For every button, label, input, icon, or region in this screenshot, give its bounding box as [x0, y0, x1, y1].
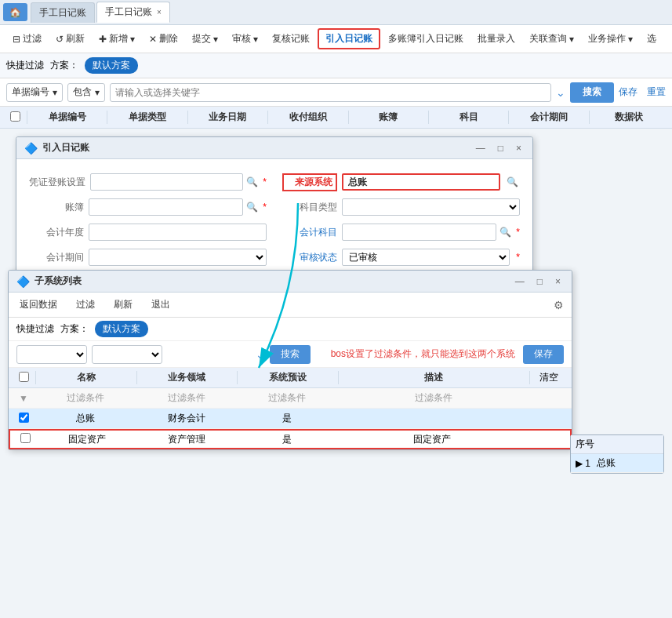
account-subject-input[interactable]: [342, 224, 496, 241]
row2-desc: 固定资产: [337, 433, 528, 446]
review-status-required: *: [516, 252, 520, 263]
select-button[interactable]: 选: [641, 30, 663, 48]
source-system-label: 来源系统: [282, 173, 337, 191]
recheck-button[interactable]: 复核记账: [266, 30, 316, 48]
subsys-scheme-badge[interactable]: 默认方案: [95, 321, 148, 337]
subsys-select-all[interactable]: [19, 372, 29, 382]
fiscal-year-row: 会计年度: [29, 222, 267, 242]
row2-checkbox-cell[interactable]: [13, 433, 37, 445]
save-link[interactable]: 保存: [619, 85, 637, 99]
scheme-badge[interactable]: 默认方案: [85, 57, 138, 74]
subject-type-row: 科目类型: [282, 197, 520, 217]
account-book-required: *: [263, 202, 267, 213]
main-toolbar: ⊟ 过滤 ↺ 刷新 ✚ 新增 ▾ ✕ 删除 提交 ▾ 审核 ▾ 复核记账 引入日…: [0, 25, 672, 53]
review-button[interactable]: 审核 ▾: [226, 30, 264, 48]
subsystem-gear-icon[interactable]: ⚙: [554, 299, 564, 311]
tab-2-close[interactable]: ×: [157, 8, 162, 16]
source-system-row: 来源系统 总账 🔍: [282, 172, 520, 192]
th-period: 会计期间: [508, 111, 588, 124]
subsys-quick-filter-label: 快捷过滤: [16, 322, 54, 336]
reset-link[interactable]: 重置: [647, 85, 666, 99]
subsys-th-checkbox[interactable]: [12, 372, 35, 384]
refresh-button[interactable]: ↺ 刷新: [49, 30, 91, 48]
fiscal-period-select[interactable]: [89, 249, 267, 266]
voucher-setup-search-btn[interactable]: 🔍: [245, 176, 260, 187]
subsys-refresh-btn[interactable]: 刷新: [111, 296, 136, 313]
header-checkbox[interactable]: [3, 111, 27, 124]
subsystem-row-1[interactable]: 总账 财务会计 是: [9, 409, 572, 429]
subsys-notice-text: bos设置了过滤条件，就只能选到这两个系统: [331, 347, 515, 361]
subsystem-dialog-close[interactable]: ×: [552, 276, 564, 287]
business-op-button[interactable]: 业务操作 ▾: [582, 30, 639, 48]
condition-selector[interactable]: 包含 ▾: [67, 83, 105, 102]
review-status-select[interactable]: 已审核: [342, 249, 510, 266]
tab-bar: 🏠 手工日记账 手工日记账 ×: [0, 0, 672, 25]
subject-type-label: 科目类型: [282, 201, 337, 214]
th-biz-date: 业务日期: [187, 111, 267, 124]
select-all-checkbox[interactable]: [10, 111, 20, 122]
field-selector[interactable]: 单据编号 ▾: [6, 83, 63, 102]
multi-import-button[interactable]: 多账簿引入日记账: [382, 30, 470, 48]
search-bar: 单据编号 ▾ 包含 ▾ ⌄ 搜索 保存 重置: [0, 78, 672, 107]
fiscal-period-row: 会计期间: [29, 247, 267, 267]
subsys-filter-btn[interactable]: 过滤: [73, 296, 98, 313]
th-ledger: 账簿: [348, 111, 428, 124]
import-dialog-maximize[interactable]: □: [495, 143, 507, 154]
home-tab[interactable]: 🏠: [3, 3, 27, 21]
new-icon: ✚: [99, 34, 107, 45]
th-subject: 科目: [428, 111, 508, 124]
quick-filter-bar: 快捷过滤 方案： 默认方案: [0, 53, 672, 78]
filter-desc: 过滤条件: [337, 391, 529, 405]
subsys-condition-select[interactable]: [92, 345, 162, 364]
batch-entry-button[interactable]: 批量录入: [471, 30, 521, 48]
related-query-button[interactable]: 关联查询 ▾: [523, 30, 580, 48]
subsys-th-clear[interactable]: 清空: [529, 371, 568, 384]
voucher-setup-label: 凭证登账设置: [29, 176, 85, 189]
subsystem-dialog-maximize[interactable]: □: [534, 276, 546, 287]
account-book-input[interactable]: [89, 198, 243, 216]
source-system-search-btn[interactable]: 🔍: [505, 176, 520, 187]
import-dialog-minimize[interactable]: —: [473, 143, 489, 154]
row2-checkbox[interactable]: [20, 433, 31, 443]
subsys-field-select[interactable]: [16, 345, 87, 364]
row1-name: 总账: [35, 412, 136, 425]
import-button[interactable]: 引入日记账: [318, 28, 380, 49]
return-data-btn[interactable]: 返回数据: [16, 296, 60, 313]
results-panel: 序号 ▶ 1 总账: [570, 434, 664, 474]
subsystem-dialog-minimize[interactable]: —: [512, 276, 528, 287]
field-label: 单据编号: [12, 85, 49, 99]
subsys-exit-btn[interactable]: 退出: [148, 296, 173, 313]
subsystem-dialog: 🔷 子系统列表 — □ × 返回数据 过滤 刷新 退出 ⚙ 快捷过滤 方案： 默…: [8, 270, 572, 450]
review-status-label: 审核状态: [282, 251, 337, 264]
filter-button[interactable]: ⊟ 过滤: [6, 30, 48, 48]
submit-button[interactable]: 提交 ▾: [186, 30, 224, 48]
new-button[interactable]: ✚ 新增 ▾: [93, 30, 141, 48]
delete-button[interactable]: ✕ 删除: [143, 30, 184, 48]
subsystem-row-2[interactable]: 固定资产 资产管理 是 固定资产: [9, 429, 572, 449]
import-dialog-close[interactable]: ×: [513, 143, 525, 154]
row1-checkbox[interactable]: [19, 413, 29, 423]
th-org: 收付组织: [267, 111, 347, 124]
voucher-setup-input-box: 🔍 *: [90, 173, 267, 191]
search-input[interactable]: [110, 83, 551, 102]
voucher-setup-required: *: [263, 176, 267, 187]
account-subject-search-btn[interactable]: 🔍: [498, 227, 513, 238]
voucher-setup-input[interactable]: [90, 173, 243, 191]
account-subject-required: *: [516, 227, 520, 238]
subsys-expand-icon[interactable]: ⌄: [256, 348, 265, 361]
row1-checkbox-cell[interactable]: [12, 413, 35, 425]
subject-type-select[interactable]: [342, 198, 520, 216]
row1-preset: 是: [237, 412, 337, 425]
fiscal-year-input[interactable]: [89, 224, 267, 241]
subsys-save-btn[interactable]: 保存: [523, 345, 564, 364]
expand-arrow-icon[interactable]: ⌄: [556, 86, 565, 99]
import-dialog-controls: — □ ×: [473, 143, 525, 154]
results-row-1[interactable]: ▶ 1 总账: [571, 454, 663, 473]
account-book-search-btn[interactable]: 🔍: [245, 202, 260, 213]
search-button[interactable]: 搜索: [570, 82, 614, 103]
results-row1-name: 总账: [597, 456, 616, 470]
subsys-search-btn[interactable]: 搜索: [270, 345, 311, 364]
import-dialog-title-text: 引入日记账: [42, 141, 473, 154]
tab-1[interactable]: 手工日记账: [31, 2, 95, 23]
tab-2[interactable]: 手工日记账 ×: [96, 2, 170, 23]
